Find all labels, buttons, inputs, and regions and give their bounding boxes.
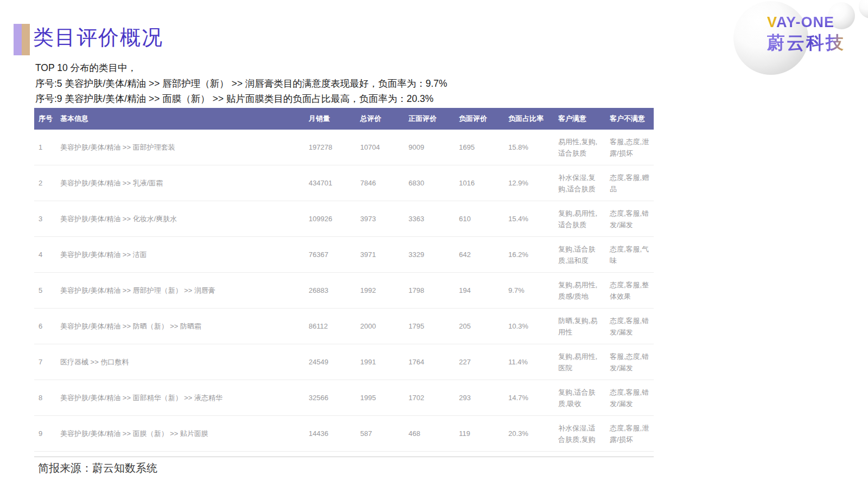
cell-negative-ratio: 10.3% bbox=[504, 309, 554, 344]
cell-positive-reviews: 3363 bbox=[404, 201, 455, 237]
cell-monthly-sales: 32566 bbox=[304, 380, 356, 416]
table-body: 1 美容护肤/美体/精油 >> 面部护理套装 197278 10704 9009… bbox=[34, 130, 654, 452]
cell-total-reviews: 1991 bbox=[356, 344, 404, 380]
cell-customer-satisfied: 复购,易用性,医院 bbox=[554, 344, 605, 380]
table-row: 5 美容护肤/美体/精油 >> 唇部护理（新） >> 润唇膏 26883 199… bbox=[34, 273, 654, 309]
brand-initial: V bbox=[767, 14, 776, 30]
cell-positive-reviews: 9009 bbox=[404, 130, 455, 165]
cell-basic-info: 美容护肤/美体/精油 >> 面部精华（新） >> 液态精华 bbox=[56, 380, 304, 416]
cell-total-reviews: 3971 bbox=[356, 237, 404, 273]
column-header-negative-ratio: 负面占比率 bbox=[504, 108, 554, 130]
cell-basic-info: 美容护肤/美体/精油 >> 防晒（新） >> 防晒霜 bbox=[56, 309, 304, 344]
cell-negative-ratio: 11.4% bbox=[504, 344, 554, 380]
cell-total-reviews: 1995 bbox=[356, 380, 404, 416]
cell-index: 6 bbox=[34, 309, 56, 344]
cell-index: 3 bbox=[34, 201, 56, 237]
column-header-negative-reviews: 负面评价 bbox=[455, 108, 504, 130]
cell-customer-dissatisfied: 客服,态度,泄露/损坏 bbox=[605, 130, 654, 165]
column-header-customer-satisfied: 客户满意 bbox=[554, 108, 605, 130]
column-header-positive-reviews: 正面评价 bbox=[404, 108, 455, 130]
cell-monthly-sales: 26883 bbox=[304, 273, 356, 309]
cell-monthly-sales: 24549 bbox=[304, 344, 356, 380]
column-header-customer-dissatisfied: 客户不满意 bbox=[605, 108, 654, 130]
cell-customer-satisfied: 复购,适合肤质,温和度 bbox=[554, 237, 605, 273]
cell-index: 8 bbox=[34, 380, 56, 416]
cell-customer-dissatisfied: 态度,客服,整体效果 bbox=[605, 273, 654, 309]
cell-customer-satisfied: 易用性,复购,适合肤质 bbox=[554, 130, 605, 165]
cell-customer-satisfied: 补水保湿,适合肤质,复购 bbox=[554, 416, 605, 452]
table-row: 4 美容护肤/美体/精油 >> 洁面 76367 3971 3329 642 1… bbox=[34, 237, 654, 273]
cell-basic-info: 美容护肤/美体/精油 >> 乳液/面霜 bbox=[56, 165, 304, 201]
cell-index: 4 bbox=[34, 237, 56, 273]
table-row: 9 美容护肤/美体/精油 >> 面膜（新） >> 贴片面膜 14436 587 … bbox=[34, 416, 654, 452]
report-slide: { "page": { "title": "类目评价概况", "intro_li… bbox=[0, 0, 868, 488]
column-header-monthly-sales: 月销量 bbox=[304, 108, 356, 130]
cell-basic-info: 美容护肤/美体/精油 >> 洁面 bbox=[56, 237, 304, 273]
cell-negative-ratio: 15.4% bbox=[504, 201, 554, 237]
table-row: 1 美容护肤/美体/精油 >> 面部护理套装 197278 10704 9009… bbox=[34, 130, 654, 165]
cell-positive-reviews: 1798 bbox=[404, 273, 455, 309]
cell-customer-dissatisfied: 态度,客服,泄露/损坏 bbox=[605, 416, 654, 452]
cell-negative-ratio: 16.2% bbox=[504, 237, 554, 273]
cell-monthly-sales: 76367 bbox=[304, 237, 356, 273]
brand-logo-en: VAY-ONE bbox=[767, 14, 834, 31]
cell-basic-info: 医疗器械 >> 伤口敷料 bbox=[56, 344, 304, 380]
table-row: 8 美容护肤/美体/精油 >> 面部精华（新） >> 液态精华 32566 19… bbox=[34, 380, 654, 416]
cell-negative-reviews: 119 bbox=[455, 416, 504, 452]
cell-basic-info: 美容护肤/美体/精油 >> 面部护理套装 bbox=[56, 130, 304, 165]
summary-line-worst-category: 序号:9 美容护肤/美体/精油 >> 面膜（新） >> 贴片面膜类目的负面占比最… bbox=[35, 91, 447, 107]
summary-line-top10: TOP 10 分布的类目中， bbox=[35, 60, 447, 76]
logo-bubble-corner bbox=[859, 0, 868, 18]
cell-monthly-sales: 434701 bbox=[304, 165, 356, 201]
source-note: 简报来源：蔚云知数系统 bbox=[38, 461, 157, 476]
cell-monthly-sales: 109926 bbox=[304, 201, 356, 237]
category-review-table: 序号 基本信息 月销量 总评价 正面评价 负面评价 负面占比率 客户满意 客户不… bbox=[34, 108, 654, 452]
cell-total-reviews: 10704 bbox=[356, 130, 404, 165]
cell-positive-reviews: 1795 bbox=[404, 309, 455, 344]
cell-negative-reviews: 610 bbox=[455, 201, 504, 237]
cell-negative-ratio: 12.9% bbox=[504, 165, 554, 201]
page-title: 类目评价概况 bbox=[33, 24, 163, 51]
table-row: 2 美容护肤/美体/精油 >> 乳液/面霜 434701 7846 6830 1… bbox=[34, 165, 654, 201]
summary-line-best-category: 序号:5 美容护肤/美体/精油 >> 唇部护理（新） >> 润唇膏类目的满意度表… bbox=[35, 76, 447, 92]
cell-negative-reviews: 293 bbox=[455, 380, 504, 416]
cell-positive-reviews: 1702 bbox=[404, 380, 455, 416]
cell-positive-reviews: 468 bbox=[404, 416, 455, 452]
brand-logo-cn: 蔚云科技 bbox=[767, 31, 845, 55]
cell-customer-dissatisfied: 态度,客服,赠品 bbox=[605, 165, 654, 201]
cell-negative-ratio: 15.8% bbox=[504, 130, 554, 165]
cell-negative-ratio: 14.7% bbox=[504, 380, 554, 416]
cell-positive-reviews: 6830 bbox=[404, 165, 455, 201]
title-accent-bar-purple bbox=[14, 24, 22, 55]
cell-customer-dissatisfied: 态度,客服,错发/漏发 bbox=[605, 201, 654, 237]
cell-negative-ratio: 20.3% bbox=[504, 416, 554, 452]
cell-basic-info: 美容护肤/美体/精油 >> 唇部护理（新） >> 润唇膏 bbox=[56, 273, 304, 309]
column-header-index: 序号 bbox=[34, 108, 56, 130]
cell-negative-reviews: 1695 bbox=[455, 130, 504, 165]
table-row: 6 美容护肤/美体/精油 >> 防晒（新） >> 防晒霜 86112 2000 … bbox=[34, 309, 654, 344]
cell-customer-dissatisfied: 态度,客服,错发/漏发 bbox=[605, 380, 654, 416]
cell-total-reviews: 2000 bbox=[356, 309, 404, 344]
column-header-basic-info: 基本信息 bbox=[56, 108, 304, 130]
cell-index: 5 bbox=[34, 273, 56, 309]
cell-total-reviews: 7846 bbox=[356, 165, 404, 201]
cell-customer-dissatisfied: 客服,态度,错发/漏发 bbox=[605, 344, 654, 380]
cell-negative-reviews: 1016 bbox=[455, 165, 504, 201]
cell-customer-satisfied: 复购,易用性,质感/质地 bbox=[554, 273, 605, 309]
summary-paragraph: TOP 10 分布的类目中， 序号:5 美容护肤/美体/精油 >> 唇部护理（新… bbox=[35, 60, 447, 107]
cell-basic-info: 美容护肤/美体/精油 >> 面膜（新） >> 贴片面膜 bbox=[56, 416, 304, 452]
cell-customer-satisfied: 复购,适合肤质,吸收 bbox=[554, 380, 605, 416]
cell-negative-reviews: 227 bbox=[455, 344, 504, 380]
cell-basic-info: 美容护肤/美体/精油 >> 化妆水/爽肤水 bbox=[56, 201, 304, 237]
cell-customer-dissatisfied: 态度,客服,错发/漏发 bbox=[605, 309, 654, 344]
title-accent-bar-tan bbox=[22, 24, 30, 55]
table-header-row: 序号 基本信息 月销量 总评价 正面评价 负面评价 负面占比率 客户满意 客户不… bbox=[34, 108, 654, 130]
cell-customer-satisfied: 复购,易用性,适合肤质 bbox=[554, 201, 605, 237]
cell-monthly-sales: 86112 bbox=[304, 309, 356, 344]
column-header-total-reviews: 总评价 bbox=[356, 108, 404, 130]
cell-customer-satisfied: 补水保湿,复购,适合肤质 bbox=[554, 165, 605, 201]
table-row: 7 医疗器械 >> 伤口敷料 24549 1991 1764 227 11.4%… bbox=[34, 344, 654, 380]
table-row: 3 美容护肤/美体/精油 >> 化妆水/爽肤水 109926 3973 3363… bbox=[34, 201, 654, 237]
cell-positive-reviews: 1764 bbox=[404, 344, 455, 380]
cell-negative-ratio: 9.7% bbox=[504, 273, 554, 309]
